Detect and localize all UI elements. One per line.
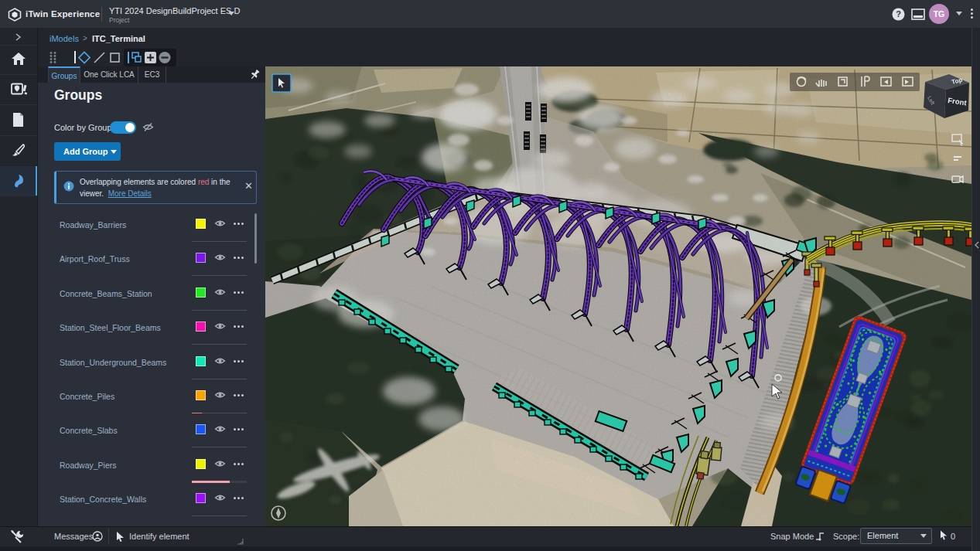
svg-text:?: ? (896, 9, 901, 19)
